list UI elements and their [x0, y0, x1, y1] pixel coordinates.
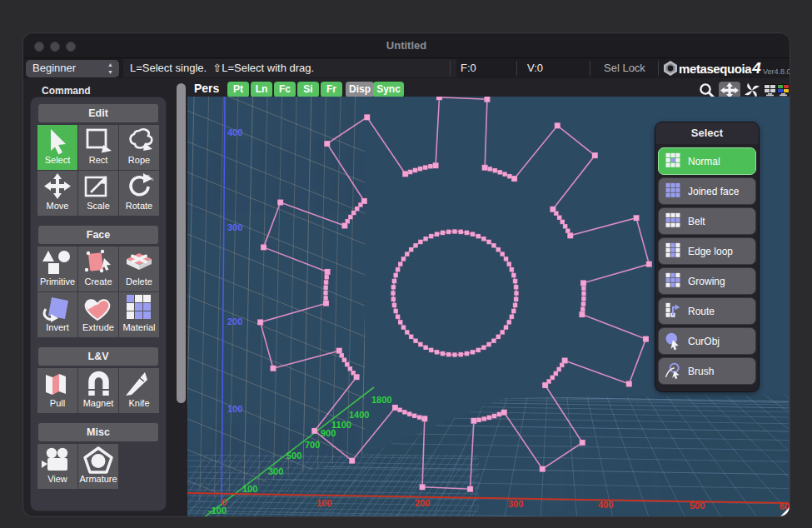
delete-icon [121, 248, 157, 278]
move-icon [39, 172, 76, 202]
command-button-label: Scale [87, 201, 110, 211]
select-mode-normal[interactable]: Normal [658, 147, 756, 175]
axis-tick-label: 1800 [371, 395, 391, 405]
command-button-magnet[interactable]: Magnet [78, 368, 118, 413]
display-toggle-disp[interactable]: Disp [346, 82, 374, 97]
select-mode-belt[interactable]: Belt [658, 207, 756, 235]
section-header-edit: Edit [38, 104, 158, 122]
command-button-knife[interactable]: Knife [119, 368, 159, 413]
axis-tick-label: 500 [690, 501, 705, 511]
rotate-icon [121, 172, 157, 202]
gear-wireframe [257, 97, 652, 492]
axis-tick-label: 300 [508, 499, 523, 509]
display-toggle-ln[interactable]: Ln [251, 82, 272, 97]
select-mode-growing[interactable]: Growing [658, 267, 756, 295]
command-button-rect[interactable]: Rect [78, 125, 118, 170]
brand-name: metasequoia [679, 62, 751, 76]
command-button-label: Extrude [82, 322, 114, 332]
command-button-pull[interactable]: Pull [37, 368, 77, 413]
axis-tick-label: 300 [268, 466, 283, 476]
window-title: Untitled [23, 39, 790, 52]
command-button-label: Pull [50, 398, 65, 408]
select-mode-label: Growing [688, 276, 725, 287]
axis-tick-label: 300 [227, 222, 242, 232]
command-button-invert[interactable]: Invert [37, 292, 77, 337]
primitive-icon [39, 248, 76, 278]
pull-icon [39, 370, 76, 400]
command-button-label: Rotate [126, 201, 152, 211]
command-button-label: Move [47, 201, 69, 211]
scale-icon [80, 172, 117, 202]
axis-tick-label: 500 [286, 451, 301, 461]
select-mode-label: CurObj [688, 336, 720, 347]
command-button-rotate[interactable]: Rotate [119, 171, 159, 216]
select-mode-edge-loop[interactable]: Edge loop [658, 237, 756, 265]
command-button-rope[interactable]: Rope [119, 125, 159, 170]
axis-tick-label: 1100 [331, 420, 351, 430]
belt-icon [664, 212, 682, 231]
select-mode-label: Edge loop [688, 246, 733, 257]
toolbar-divider [450, 61, 451, 76]
command-button-label: Primitive [40, 276, 75, 286]
section-header-misc: Misc [38, 423, 158, 441]
view-icon [39, 446, 76, 476]
brand-number: 4 [752, 59, 761, 77]
desktop-background: Untitled Beginner ▲▼ L=Select single. ⇧L… [0, 0, 812, 528]
normal-icon [664, 152, 682, 171]
select-mode-joined-face[interactable]: Joined face [658, 177, 756, 205]
viewport-canvas[interactable]: 400300200100-100100300500700900110014001… [187, 97, 790, 516]
face-count: F:0 [461, 62, 476, 74]
select-mode-curobj[interactable]: CurObj [658, 327, 756, 355]
section-header-lv: L&V [38, 347, 158, 366]
app-logo: metasequoia4Ver4.8.0 [662, 59, 790, 77]
command-button-move[interactable]: Move [37, 171, 77, 216]
display-toggle-fr[interactable]: Fr [321, 82, 342, 97]
toolbar-divider [590, 61, 590, 76]
extrude-icon [80, 294, 117, 324]
sel-lock-toggle[interactable]: Sel Lock [604, 62, 645, 74]
select-mode-label: Belt [688, 216, 705, 227]
axis-tick-label: 100 [316, 498, 331, 508]
resize-handle-icon[interactable] [780, 507, 790, 516]
invert-icon [39, 294, 76, 324]
command-button-label: Magnet [83, 398, 114, 408]
brush-icon [664, 362, 682, 381]
display-toggle-pt[interactable]: Pt [227, 82, 249, 97]
command-panel: EditSelectRectRopeMoveScaleRotateFacePri… [30, 97, 167, 511]
display-toggle-si[interactable]: Si [297, 82, 319, 97]
command-button-primitive[interactable]: Primitive [37, 247, 77, 291]
section-header-face: Face [38, 226, 158, 244]
curobj-icon [664, 332, 682, 351]
command-button-label: Knife [128, 398, 149, 408]
create-icon [80, 248, 117, 278]
select-mode-label: Route [688, 306, 715, 317]
route-icon [664, 302, 682, 321]
command-button-label: View [47, 474, 67, 484]
edgeloop-icon [664, 242, 682, 261]
mode-dropdown[interactable]: Beginner ▲▼ [26, 60, 119, 77]
display-toggle-fc[interactable]: Fc [274, 82, 296, 97]
display-toggle-sync[interactable]: Sync [373, 82, 404, 97]
magnet-icon [80, 370, 117, 400]
select-mode-route[interactable]: Route [658, 297, 756, 325]
command-button-label: Create [84, 276, 112, 286]
armature-icon [80, 446, 117, 476]
command-button-armature[interactable]: Armature [78, 444, 118, 489]
command-button-label: Delete [126, 276, 152, 286]
axis-tick-label: 200 [227, 316, 242, 326]
axis-tick-label: 400 [227, 127, 242, 137]
select-mode-brush[interactable]: Brush [658, 357, 756, 385]
command-button-material[interactable]: Material [119, 292, 159, 337]
command-button-view[interactable]: View [37, 444, 77, 489]
select-mode-label: Joined face [688, 186, 739, 197]
command-button-scale[interactable]: Scale [78, 171, 118, 216]
axis-tick-label: 100 [242, 484, 257, 494]
command-scrollbar[interactable] [177, 83, 186, 403]
command-button-select[interactable]: Select [37, 125, 77, 170]
command-button-create[interactable]: Create [78, 247, 118, 291]
vertex-count: V:0 [527, 62, 543, 74]
command-button-delete[interactable]: Delete [119, 247, 159, 291]
toolbar-divider [516, 61, 517, 76]
command-button-extrude[interactable]: Extrude [78, 292, 118, 337]
command-button-label: Select [45, 155, 71, 165]
